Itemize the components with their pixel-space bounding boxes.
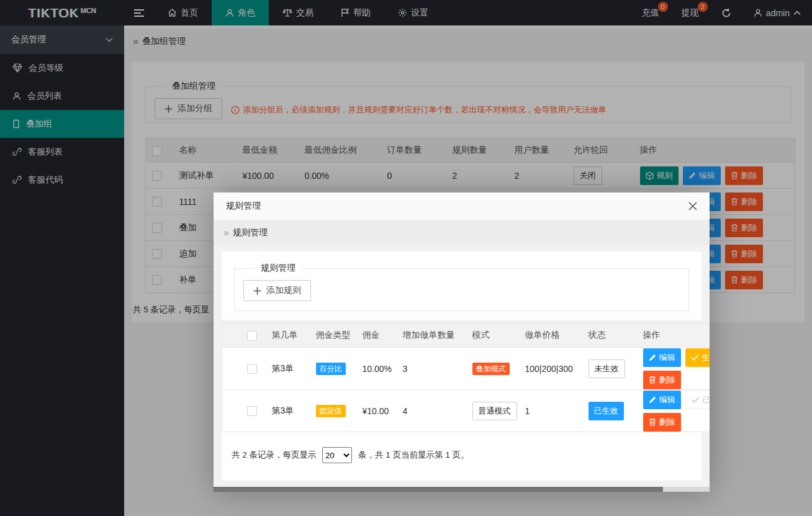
modal-horizontal-scrollbar-thumb[interactable] <box>214 487 663 492</box>
rule-row: 第3单 固定值 ¥10.00 4 普通模式 1 已生效 编辑 已生效 <box>222 390 710 432</box>
row-checkbox[interactable] <box>247 406 257 416</box>
rule-panel-card: 规则管理 添加规则 <box>222 251 701 320</box>
commission-type-badge: 百分比 <box>316 363 346 375</box>
rules-table-header-row: 第几单 佣金类型 佣金 增加做单数量 模式 做单价格 状态 操作 <box>222 324 710 348</box>
delete-button[interactable]: 删除 <box>643 371 681 389</box>
activate-button[interactable]: 生效 <box>685 348 710 367</box>
mode-button[interactable]: 普通模式 <box>472 402 517 420</box>
activated-button-label: 已生效 <box>703 394 710 405</box>
col-order-no: 第几单 <box>266 324 310 348</box>
edit-button[interactable]: 编辑 <box>643 391 681 409</box>
cell-order-price: 100|200|300 <box>519 348 582 390</box>
col-commission-type: 佣金类型 <box>310 324 356 348</box>
commission-type-badge: 固定值 <box>316 405 346 417</box>
add-rule-label: 添加规则 <box>266 285 301 296</box>
delete-button-label: 删除 <box>659 374 675 386</box>
delete-button[interactable]: 删除 <box>643 413 681 432</box>
cell-add-order-count: 4 <box>397 390 466 432</box>
col-order-price: 做单价格 <box>519 324 582 348</box>
breadcrumb-icon: » <box>223 227 228 238</box>
pencil-icon <box>649 396 656 404</box>
rule-row: 第3单 百分比 10.00% 3 叠加模式 100|200|300 未生效 编辑… <box>222 348 710 390</box>
plus-icon <box>253 287 261 295</box>
col-commission: 佣金 <box>356 324 397 348</box>
close-icon[interactable] <box>688 202 697 210</box>
modal-titlebar: 规则管理 <box>214 192 710 220</box>
col-mode: 模式 <box>466 324 519 348</box>
check-icon <box>692 396 700 403</box>
app-window: TIKTOK MCN 首页 角色 <box>0 0 812 516</box>
status-button[interactable]: 已生效 <box>589 402 624 420</box>
cell-commission: ¥10.00 <box>356 390 397 432</box>
modal-title: 规则管理 <box>226 201 261 212</box>
add-rule-button[interactable]: 添加规则 <box>243 280 311 301</box>
check-icon <box>691 354 699 361</box>
col-status: 状态 <box>582 324 637 348</box>
edit-button-label: 编辑 <box>659 352 675 363</box>
cell-add-order-count: 3 <box>397 348 466 390</box>
modal-body: » 规则管理 规则管理 添加规则 <box>214 220 710 487</box>
col-add-order-count: 增加做单数量 <box>397 324 466 348</box>
col-ops: 操作 <box>637 324 710 348</box>
activated-button: 已生效 <box>685 391 710 409</box>
page-size-select[interactable]: 20 <box>322 447 352 463</box>
pagination-suffix: 条，共 1 页当前显示第 1 页。 <box>358 450 469 459</box>
modal-breadcrumb-label: 规则管理 <box>233 227 268 238</box>
trash-icon <box>649 418 656 426</box>
rule-management-modal: 规则管理 » 规则管理 规则管理 添加规则 <box>214 192 710 492</box>
modal-horizontal-scrollbar <box>214 487 710 492</box>
cell-order-no: 第3单 <box>266 390 310 432</box>
status-button[interactable]: 未生效 <box>589 360 625 378</box>
trash-icon <box>649 376 656 384</box>
cell-order-no: 第3单 <box>266 348 310 390</box>
rules-pagination: 共 2 条记录，每页显示 20 条，共 1 页当前显示第 1 页。 <box>222 432 701 481</box>
cell-order-price: 1 <box>519 390 582 432</box>
pencil-icon <box>649 354 656 361</box>
rules-table: 第几单 佣金类型 佣金 增加做单数量 模式 做单价格 状态 操作 第3单 百分 <box>222 323 710 432</box>
edit-button-label: 编辑 <box>659 394 675 405</box>
rule-panel-legend: 规则管理 <box>255 263 302 274</box>
delete-button-label: 删除 <box>659 417 675 428</box>
activate-button-label: 生效 <box>702 352 710 363</box>
pagination-prefix: 共 2 条记录，每页显示 <box>232 450 317 459</box>
rule-panel: 规则管理 添加规则 <box>234 263 689 311</box>
cell-commission: 10.00% <box>356 348 397 390</box>
edit-button[interactable]: 编辑 <box>643 348 681 367</box>
select-all-checkbox[interactable] <box>247 331 257 341</box>
modal-breadcrumb: » 规则管理 <box>214 220 710 245</box>
mode-badge: 叠加模式 <box>472 363 510 375</box>
row-checkbox[interactable] <box>247 364 257 374</box>
